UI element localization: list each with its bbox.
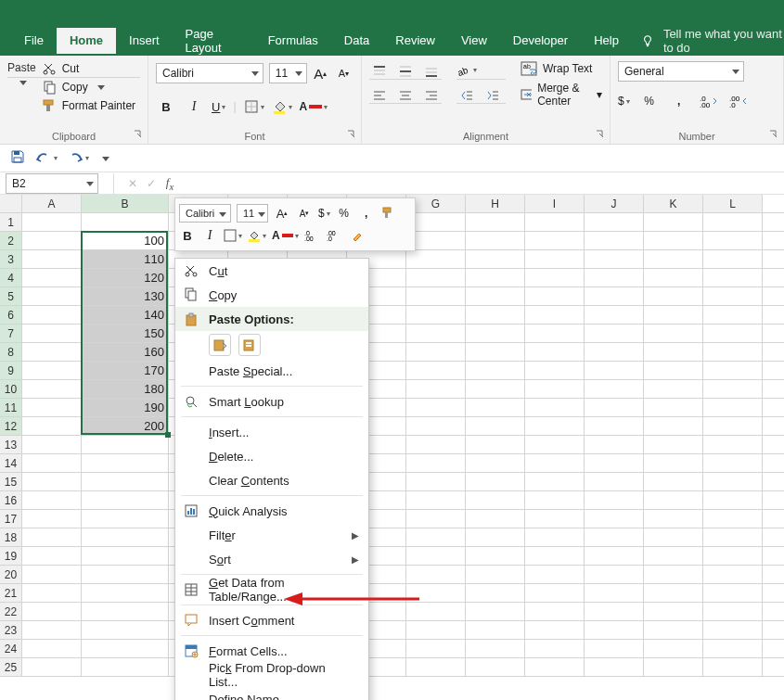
cell-G6[interactable]: [406, 306, 466, 324]
fill-handle[interactable]: [165, 432, 171, 438]
cell-H22[interactable]: [466, 603, 525, 620]
cell-A7[interactable]: [22, 325, 82, 342]
mini-percent-button[interactable]: %: [336, 205, 353, 222]
cell-L16[interactable]: [703, 491, 763, 509]
grow-font-button[interactable]: A▴: [311, 63, 330, 83]
wrap-text-button[interactable]: ab Wrap Text: [521, 61, 602, 76]
cell-H6[interactable]: [466, 306, 525, 324]
cell-G3[interactable]: [406, 250, 466, 268]
cell-B5[interactable]: 130: [82, 287, 169, 305]
cell-J4[interactable]: [585, 269, 644, 286]
row-header-25[interactable]: 25: [0, 658, 22, 676]
cell-G16[interactable]: [406, 491, 466, 509]
cell-A3[interactable]: [22, 250, 82, 268]
row-header-3[interactable]: 3: [0, 250, 22, 268]
cell-I2[interactable]: [525, 232, 585, 249]
cell-B3[interactable]: 110: [82, 250, 169, 268]
cell-B6[interactable]: 140: [82, 306, 169, 324]
cell-A18[interactable]: [22, 528, 82, 546]
cell-K16[interactable]: [644, 491, 703, 509]
cell-A12[interactable]: [22, 417, 82, 435]
fill-color-button[interactable]: ▾: [272, 99, 292, 114]
col-header-I[interactable]: I: [525, 195, 585, 212]
cell-I22[interactable]: [525, 603, 585, 620]
cell-G12[interactable]: [406, 417, 466, 435]
font-size-combo[interactable]: 11: [269, 63, 307, 83]
decrease-indent-button[interactable]: [456, 85, 477, 106]
cell-L2[interactable]: [703, 232, 763, 249]
row-header-15[interactable]: 15: [0, 473, 22, 490]
row-header-22[interactable]: 22: [0, 603, 22, 620]
cell-B16[interactable]: [82, 491, 169, 509]
cell-B2[interactable]: 100: [82, 232, 169, 249]
cell-L13[interactable]: [703, 436, 763, 453]
col-header-H[interactable]: H: [466, 195, 525, 212]
row-header-24[interactable]: 24: [0, 640, 22, 657]
cell-H7[interactable]: [466, 325, 525, 342]
col-header-J[interactable]: J: [585, 195, 644, 212]
select-all-corner[interactable]: [0, 195, 22, 212]
cell-K10[interactable]: [644, 380, 703, 398]
cell-K7[interactable]: [644, 325, 703, 342]
tab-data[interactable]: Data: [331, 28, 382, 54]
col-header-B[interactable]: B: [82, 195, 169, 212]
accounting-format-button[interactable]: $ ▾: [618, 95, 630, 108]
cell-K19[interactable]: [644, 547, 703, 565]
cell-A4[interactable]: [22, 269, 82, 286]
cell-B14[interactable]: [82, 454, 169, 472]
cell-H15[interactable]: [466, 473, 525, 490]
cell-G10[interactable]: [406, 380, 466, 398]
ctx-comment[interactable]: Insert Comment: [175, 608, 368, 632]
cell-A10[interactable]: [22, 380, 82, 398]
col-header-L[interactable]: L: [703, 195, 763, 212]
ctx-sort[interactable]: Sort▶: [175, 547, 368, 571]
ctx-cut[interactable]: Cut: [175, 259, 368, 283]
tab-help[interactable]: Help: [581, 28, 632, 54]
font-color-button[interactable]: A ▾: [300, 100, 328, 113]
tab-insert[interactable]: Insert: [116, 28, 173, 54]
row-header-2[interactable]: 2: [0, 232, 22, 249]
ctx-format-cells[interactable]: Format Cells...: [175, 639, 368, 663]
cell-L5[interactable]: [703, 287, 763, 305]
cell-H2[interactable]: [466, 232, 525, 249]
cell-G4[interactable]: [406, 269, 466, 286]
cell-L14[interactable]: [703, 454, 763, 472]
tab-view[interactable]: View: [448, 28, 500, 54]
qat-customize-icon[interactable]: [98, 152, 109, 165]
insert-function-button[interactable]: fx: [161, 175, 179, 192]
align-left-button[interactable]: [369, 85, 390, 106]
cell-J22[interactable]: [585, 603, 644, 620]
ctx-quick-analysis[interactable]: Quick Analysis: [175, 499, 368, 523]
cell-J24[interactable]: [585, 640, 644, 657]
format-painter-button[interactable]: Format Painter: [42, 98, 135, 113]
number-format-combo[interactable]: General: [618, 61, 744, 82]
cell-G5[interactable]: [406, 287, 466, 305]
underline-button[interactable]: U▾: [212, 100, 225, 114]
ctx-filter[interactable]: Filter▶: [175, 523, 368, 547]
cell-J16[interactable]: [585, 491, 644, 509]
cell-J19[interactable]: [585, 547, 644, 565]
ctx-copy[interactable]: Copy: [175, 283, 368, 307]
row-header-14[interactable]: 14: [0, 454, 22, 472]
cell-K14[interactable]: [644, 454, 703, 472]
font-name-combo[interactable]: Calibri: [156, 63, 263, 83]
cell-L7[interactable]: [703, 325, 763, 342]
cell-I25[interactable]: [525, 658, 585, 676]
mini-format-painter-button[interactable]: [349, 227, 366, 244]
cell-I18[interactable]: [525, 528, 585, 546]
cell-A11[interactable]: [22, 399, 82, 416]
borders-button[interactable]: ▾: [244, 99, 264, 114]
tellme-label[interactable]: Tell me what you want to do: [663, 27, 784, 55]
align-top-button[interactable]: [369, 61, 390, 82]
ctx-getdata[interactable]: Get Data from Table/Range...: [175, 578, 368, 602]
cell-A15[interactable]: [22, 473, 82, 490]
ctx-insert[interactable]: Insert...: [175, 420, 368, 444]
cell-K17[interactable]: [644, 510, 703, 528]
mini-borders-button[interactable]: ▾: [224, 229, 242, 242]
cell-A16[interactable]: [22, 491, 82, 509]
merge-center-button[interactable]: Merge & Center ▾: [521, 82, 602, 108]
cell-B12[interactable]: 200: [82, 417, 169, 435]
cell-K20[interactable]: [644, 566, 703, 583]
cell-L20[interactable]: [703, 566, 763, 583]
cell-J9[interactable]: [585, 362, 644, 379]
